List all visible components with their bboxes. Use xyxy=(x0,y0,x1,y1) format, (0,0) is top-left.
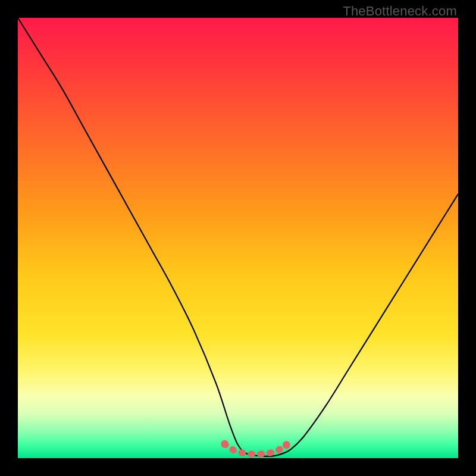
chart-lines xyxy=(18,18,458,458)
watermark-text: TheBottleneck.com xyxy=(343,4,457,19)
plot-area xyxy=(18,18,458,458)
low-region-marker xyxy=(221,440,290,455)
bottleneck-curve xyxy=(18,18,458,456)
svg-point-1 xyxy=(221,440,228,448)
svg-point-2 xyxy=(283,441,290,449)
chart-container: TheBottleneck.com xyxy=(0,0,476,476)
